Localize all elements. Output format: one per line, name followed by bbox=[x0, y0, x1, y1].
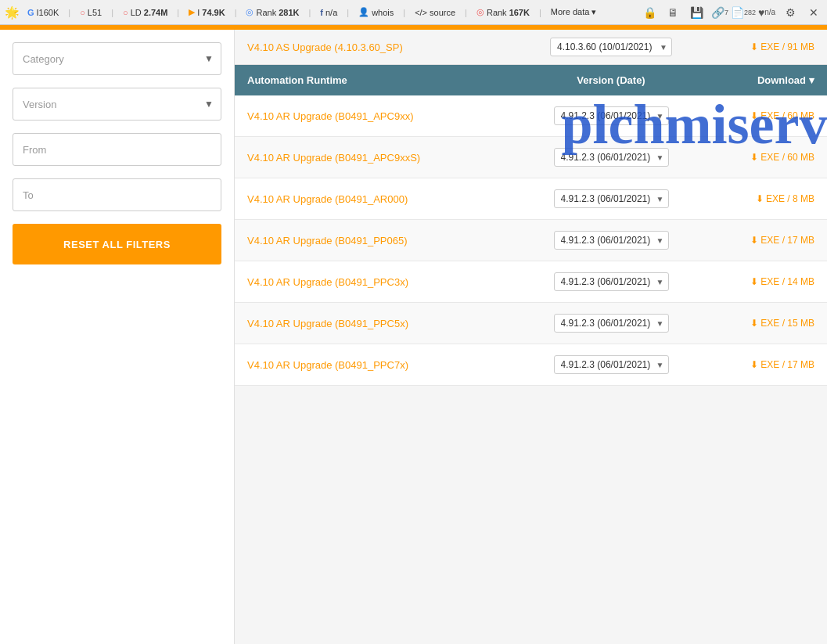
row-version: 4.91.2.3 (06/01/2021) ▼ bbox=[533, 231, 689, 250]
table-row: V4.10 AR Upgrade (B0491_APC9xxS) 4.91.2.… bbox=[235, 137, 827, 178]
row-version-select[interactable]: 4.91.2.3 (06/01/2021) bbox=[554, 314, 669, 333]
automation-runtime-header: Automation Runtime bbox=[247, 74, 533, 86]
toolbar-ld-stat[interactable]: ○ LD2.74M bbox=[123, 8, 167, 17]
row-download[interactable]: ⬇ EXE / 14 MB bbox=[689, 276, 814, 287]
content-area: plchmiservo.com V4.10 AS Upgrade (4.10.3… bbox=[235, 30, 827, 644]
row-version: 4.91.2.3 (06/01/2021) ▼ bbox=[533, 148, 689, 167]
toolbar-pages-icon[interactable]: 📄282 bbox=[735, 4, 752, 21]
filter-panel: Category ▼ Version ▼ RESET ALL FILTERS bbox=[0, 30, 235, 644]
row-name[interactable]: V4.10 AR Upgrade (B0491_PPC7x) bbox=[247, 359, 533, 371]
table-row: V4.10 AR Upgrade (B0491_PPC7x) 4.91.2.3 … bbox=[235, 344, 827, 386]
to-input[interactable] bbox=[13, 178, 221, 211]
toolbar-whois[interactable]: 👤 whois bbox=[358, 7, 394, 17]
row-download[interactable]: ⬇ EXE / 17 MB bbox=[689, 235, 814, 246]
table-row: V4.10 AR Upgrade (B0491_PP065) 4.91.2.3 … bbox=[235, 220, 827, 261]
row-version: 4.91.2.3 (06/01/2021) ▼ bbox=[533, 189, 689, 208]
row-download[interactable]: ⬇ EXE / 17 MB bbox=[689, 359, 814, 370]
row-name[interactable]: V4.10 AR Upgrade (B0491_AR000) bbox=[247, 193, 533, 205]
reset-filters-button[interactable]: RESET ALL FILTERS bbox=[13, 224, 221, 264]
version-date-header: Version (Date) bbox=[533, 74, 689, 86]
version-filter-wrapper: Version ▼ bbox=[13, 88, 221, 121]
table-row: V4.10 AR Upgrade (B0491_PPC3x) 4.91.2.3 … bbox=[235, 261, 827, 303]
toolbar-source[interactable]: </> source bbox=[415, 8, 455, 17]
main-layout: Category ▼ Version ▼ RESET ALL FILTERS p… bbox=[0, 30, 827, 644]
table-row: V4.10 AR Upgrade (B0491_AR000) 4.91.2.3 … bbox=[235, 178, 827, 220]
version-select[interactable]: Version bbox=[13, 88, 221, 121]
row-name[interactable]: V4.10 AR Upgrade (B0491_PP065) bbox=[247, 235, 533, 246]
row-name[interactable]: V4.10 AR Upgrade (B0491_APC9xxS) bbox=[247, 152, 533, 164]
table-row: V4.10 AR Upgrade (B0491_APC9xx) 4.91.2.3… bbox=[235, 95, 827, 137]
row-download[interactable]: ⬇ EXE / 60 MB bbox=[689, 152, 814, 163]
table-body: V4.10 AR Upgrade (B0491_APC9xx) 4.91.2.3… bbox=[235, 95, 827, 386]
row-version-select[interactable]: 4.91.2.3 (06/01/2021) bbox=[554, 355, 669, 374]
category-select[interactable]: Category bbox=[13, 42, 221, 75]
row-download[interactable]: ⬇ EXE / 8 MB bbox=[689, 193, 814, 204]
download-header-chevron-icon: ▾ bbox=[809, 74, 814, 86]
toolbar-settings-icon[interactable]: ⚙ bbox=[782, 4, 799, 21]
row-version-select[interactable]: 4.91.2.3 (06/01/2021) bbox=[554, 106, 669, 125]
row-version: 4.91.2.3 (06/01/2021) ▼ bbox=[533, 314, 689, 333]
toolbar-rank-stat[interactable]: ◎ Rank281K bbox=[246, 7, 299, 17]
toolbar-g-stat[interactable]: G I160K bbox=[27, 8, 59, 17]
row-name[interactable]: V4.10 AR Upgrade (B0491_PPC5x) bbox=[247, 318, 533, 329]
row-version-select[interactable]: 4.91.2.3 (06/01/2021) bbox=[554, 148, 669, 167]
toolbar-links-icon[interactable]: 🔗7 bbox=[711, 4, 728, 21]
row-version: 4.91.2.3 (06/01/2021) ▼ bbox=[533, 355, 689, 374]
row-version-select[interactable]: 4.91.2.3 (06/01/2021) bbox=[554, 272, 669, 291]
toolbar-lock-icon[interactable]: 🔒 bbox=[641, 4, 658, 21]
table-row: V4.10 AR Upgrade (B0491_PPC5x) 4.91.2.3 … bbox=[235, 303, 827, 344]
row-name[interactable]: V4.10 AR Upgrade (B0491_PPC3x) bbox=[247, 276, 533, 288]
toolbar-icon-star: 🌟 bbox=[5, 5, 20, 20]
row-version: 4.91.2.3 (06/01/2021) ▼ bbox=[533, 272, 689, 291]
toolbar-save-icon[interactable]: 💾 bbox=[688, 4, 705, 21]
row-download[interactable]: ⬇ EXE / 15 MB bbox=[689, 318, 814, 329]
row-version: 4.91.2.3 (06/01/2021) ▼ bbox=[533, 106, 689, 125]
top-entry-version-wrapper: 4.10.3.60 (10/01/2021) ▼ bbox=[533, 38, 689, 56]
row-name[interactable]: V4.10 AR Upgrade (B0491_APC9xx) bbox=[247, 110, 533, 122]
toolbar-more-data[interactable]: More data ▾ bbox=[551, 7, 597, 17]
top-entry-row: V4.10 AS Upgrade (4.10.3.60_SP) 4.10.3.6… bbox=[235, 30, 827, 65]
toolbar-close-icon[interactable]: ✕ bbox=[805, 4, 822, 21]
table-header: Automation Runtime Version (Date) Downlo… bbox=[235, 65, 827, 95]
top-entry-name[interactable]: V4.10 AS Upgrade (4.10.3.60_SP) bbox=[247, 41, 533, 53]
toolbar-right: 🔒 🖥 💾 🔗7 📄282 ♥ n/a ⚙ ✕ bbox=[641, 4, 822, 21]
row-download[interactable]: ⬇ EXE / 60 MB bbox=[689, 110, 814, 121]
toolbar: 🌟 G I160K | ○ L51 | ○ LD2.74M | ▶ I74.9K… bbox=[0, 0, 827, 25]
toolbar-i-stat[interactable]: ▶ I74.9K bbox=[189, 7, 225, 17]
row-version-select[interactable]: 4.91.2.3 (06/01/2021) bbox=[554, 189, 669, 208]
top-entry-download[interactable]: ⬇ EXE / 91 MB bbox=[689, 41, 814, 52]
row-version-select[interactable]: 4.91.2.3 (06/01/2021) bbox=[554, 231, 669, 250]
top-entry-version-select-wrap: 4.10.3.60 (10/01/2021) ▼ bbox=[550, 38, 672, 56]
download-header: Download ▾ bbox=[689, 74, 814, 86]
top-entry-version-select[interactable]: 4.10.3.60 (10/01/2021) bbox=[550, 38, 672, 56]
toolbar-rank2-stat[interactable]: ◎ Rank167K bbox=[476, 7, 530, 17]
toolbar-monitor-icon[interactable]: 🖥 bbox=[664, 4, 681, 21]
toolbar-fb-stat[interactable]: f n/a bbox=[320, 8, 337, 17]
toolbar-heart-icon[interactable]: ♥ n/a bbox=[758, 4, 775, 21]
toolbar-l-stat[interactable]: ○ L51 bbox=[80, 8, 102, 17]
from-input[interactable] bbox=[13, 133, 221, 166]
category-filter-wrapper: Category ▼ bbox=[13, 42, 221, 75]
